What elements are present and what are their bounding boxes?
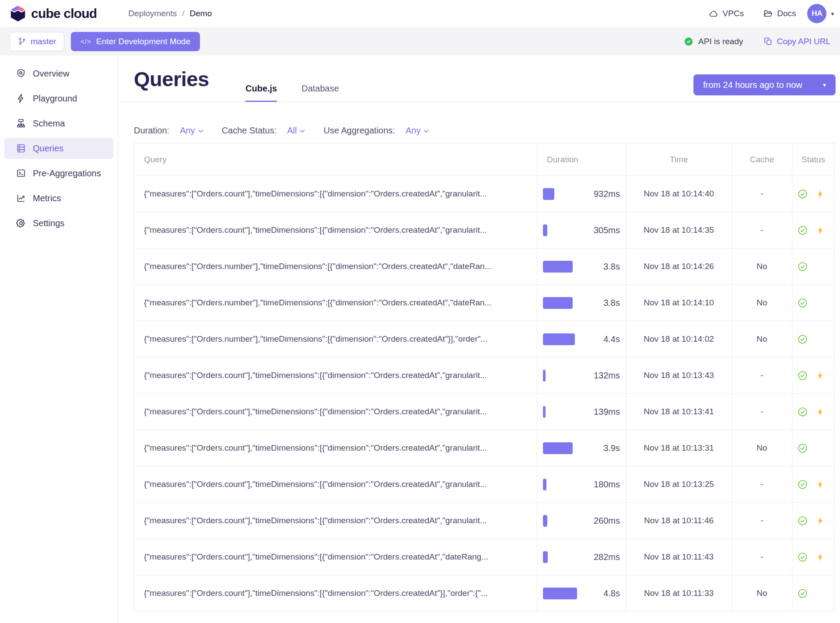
duration-value: 4.8s	[603, 588, 620, 598]
duration-bar	[543, 188, 554, 200]
sidebar-item-queries[interactable]: Queries	[4, 138, 113, 159]
branch-selector[interactable]: master	[10, 32, 64, 51]
sidebar-item-settings[interactable]: Settings	[4, 213, 113, 234]
avatar-caret-icon[interactable]: ▾	[831, 10, 834, 17]
logo-text: cube cloud	[31, 6, 97, 21]
time-cell: Nov 18 at 10:14:35	[626, 212, 732, 248]
nav-docs-label: Docs	[777, 9, 796, 18]
query-row[interactable]: {"measures":["Orders.count"],"timeDimens…	[134, 357, 834, 393]
success-check-icon	[798, 480, 808, 490]
filter-value-dropdown[interactable]: Any	[406, 126, 429, 136]
query-row[interactable]: {"measures":["Orders.count"],"timeDimens…	[134, 393, 834, 430]
duration-value: 260ms	[594, 516, 620, 526]
query-json: {"measures":["Orders.number"],"timeDimen…	[134, 248, 537, 284]
duration-bar	[543, 588, 577, 599]
sidebar-item-label: Schema	[33, 119, 65, 129]
time-range-dropdown[interactable]: from 24 hours ago to now ▾	[693, 74, 836, 95]
query-row[interactable]: {"measures":["Orders.count"],"timeDimens…	[134, 539, 834, 575]
duration-cell: 3.9s	[537, 430, 626, 466]
queries-icon	[16, 143, 33, 154]
tab-cubejs[interactable]: Cube.js	[245, 84, 277, 102]
time-cell: Nov 18 at 10:11:33	[626, 575, 732, 611]
query-row[interactable]: {"measures":["Orders.count"],"timeDimens…	[134, 575, 834, 611]
status-cell	[792, 394, 834, 430]
query-row[interactable]: {"measures":["Orders.count"],"timeDimens…	[134, 466, 834, 502]
check-circle-filled-icon	[684, 37, 693, 46]
chevron-down-icon: ▾	[823, 81, 826, 88]
duration-bar	[543, 297, 573, 309]
breadcrumb-separator: /	[182, 9, 184, 18]
cache-cell: No	[732, 248, 792, 284]
sidebar: OverviewPlaygroundSchemaQueriesPre-Aggre…	[0, 56, 118, 623]
filter-value-dropdown[interactable]: All	[287, 126, 305, 136]
cache-cell: -	[732, 212, 792, 248]
duration-bar	[543, 333, 575, 345]
column-header-cache: Cache	[732, 144, 792, 175]
success-check-icon	[798, 371, 808, 381]
chevron-down-icon	[198, 128, 203, 133]
devbar-right: API is ready Copy API URL	[684, 37, 830, 46]
nav-vpcs[interactable]: VPCs	[709, 9, 744, 19]
query-row[interactable]: {"measures":["Orders.number"],"timeDimen…	[134, 248, 834, 284]
duration-bar	[543, 370, 546, 382]
folder-icon	[763, 9, 773, 19]
duration-value: 139ms	[594, 407, 620, 417]
duration-cell: 3.8s	[537, 285, 626, 321]
success-check-icon	[798, 407, 808, 417]
tab-database[interactable]: Database	[301, 84, 339, 102]
cube-logo-icon	[10, 5, 26, 22]
copy-api-url-button[interactable]: Copy API URL	[763, 37, 831, 46]
table-body: {"measures":["Orders.count"],"timeDimens…	[134, 175, 834, 611]
header-right: VPCs Docs HA ▾	[709, 4, 834, 23]
sidebar-item-playground[interactable]: Playground	[4, 88, 113, 109]
query-row[interactable]: {"measures":["Orders.number"],"timeDimen…	[134, 284, 834, 321]
duration-bar	[543, 406, 546, 418]
duration-cell: 180ms	[537, 466, 626, 502]
duration-value: 180ms	[594, 480, 620, 490]
settings-icon	[16, 218, 33, 228]
duration-value: 4.4s	[603, 334, 620, 344]
lightning-bolt-icon	[816, 553, 825, 562]
query-json: {"measures":["Orders.count"],"timeDimens…	[134, 466, 537, 502]
query-row[interactable]: {"measures":["Orders.number"],"timeDimen…	[134, 321, 834, 357]
avatar[interactable]: HA	[807, 4, 826, 23]
status-cell	[792, 575, 834, 611]
query-row[interactable]: {"measures":["Orders.count"],"timeDimens…	[134, 175, 834, 212]
sidebar-item-schema[interactable]: Schema	[4, 113, 113, 134]
filter-value-dropdown[interactable]: Any	[180, 126, 203, 136]
cloud-icon	[709, 9, 719, 19]
schema-icon	[16, 118, 33, 129]
duration-value: 132ms	[594, 371, 620, 381]
enter-development-mode-button[interactable]: </> Enter Development Mode	[71, 32, 200, 51]
query-json: {"measures":["Orders.count"],"timeDimens…	[134, 575, 537, 611]
cache-cell: -	[732, 394, 792, 430]
query-json: {"measures":["Orders.count"],"timeDimens…	[134, 212, 537, 248]
status-cell	[792, 466, 834, 502]
time-cell: Nov 18 at 10:11:46	[626, 503, 732, 539]
duration-cell: 132ms	[537, 357, 626, 393]
time-cell: Nov 18 at 10:14:26	[626, 248, 732, 284]
preagg-icon	[16, 168, 33, 178]
sidebar-item-pre-aggregations[interactable]: Pre-Aggregations	[4, 163, 113, 184]
cube-cloud-logo[interactable]: cube cloud	[10, 5, 97, 22]
sidebar-item-label: Overview	[33, 69, 69, 79]
status-cell	[792, 503, 834, 539]
query-row[interactable]: {"measures":["Orders.count"],"timeDimens…	[134, 430, 834, 466]
sidebar-item-metrics[interactable]: Metrics	[4, 188, 113, 209]
query-row[interactable]: {"measures":["Orders.count"],"timeDimens…	[134, 212, 834, 248]
duration-value: 3.8s	[603, 298, 620, 308]
query-row[interactable]: {"measures":["Orders.count"],"timeDimens…	[134, 502, 834, 539]
overview-icon	[16, 68, 33, 79]
success-check-icon	[798, 225, 808, 235]
status-cell	[792, 357, 834, 393]
breadcrumb: Deployments / Demo	[128, 9, 212, 18]
sidebar-item-overview[interactable]: Overview	[4, 63, 113, 84]
duration-bar	[543, 479, 546, 490]
success-check-icon	[798, 334, 808, 344]
cache-cell: -	[732, 357, 792, 393]
breadcrumb-deployments[interactable]: Deployments	[128, 9, 177, 18]
nav-docs[interactable]: Docs	[763, 9, 796, 19]
filter-label: Use Aggregations:	[323, 126, 395, 136]
cache-cell: -	[732, 466, 792, 502]
lightning-bolt-icon	[816, 407, 825, 416]
